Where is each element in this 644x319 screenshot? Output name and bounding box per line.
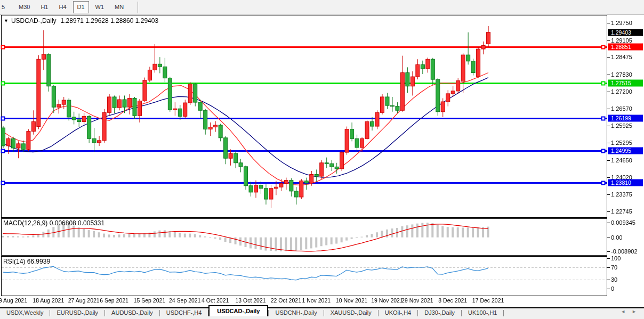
timeframe-button-m30[interactable]: M30 — [14, 1, 34, 13]
price-tag-current-price: 1.29403 — [608, 29, 643, 36]
price-axis-tick: 1.22745 — [611, 208, 632, 215]
timeframe-button-h4[interactable]: H4 — [54, 1, 70, 13]
chart-ohlc-values: 1.28971 1.29628 1.28860 1.29403 — [61, 17, 159, 24]
price-axis-tick: 1.29105 — [611, 37, 632, 44]
date-axis-label: 8 Dec 2021 — [438, 297, 467, 304]
date-axis-label: 18 Aug 2021 — [33, 297, 64, 304]
price-axis-tick: 1.24650 — [611, 157, 632, 163]
tab-usdcad-daily[interactable]: USDCAD-,Daily — [208, 305, 268, 317]
timeframe-button-h1[interactable]: H1 — [36, 1, 52, 13]
date-axis-label: 24 Sep 2021 — [169, 297, 201, 304]
tab-scroll-left-icon[interactable]: ◄ — [621, 309, 625, 314]
price-tag-support-line: 1.26199 — [608, 115, 643, 122]
price-axis-tick: 1.23375 — [611, 191, 632, 198]
rsi-axis-tick: 100 — [611, 255, 621, 261]
price-tag-resistance-line: 1.28851 — [608, 44, 643, 51]
date-axis-label: 29 Nov 2021 — [401, 297, 433, 304]
date-axis-label: 6 Sep 2021 — [100, 297, 128, 304]
timeframe-toolbar: 5M30H1H4D1W1MN — [0, 0, 644, 15]
date-axis-label: 10 Nov 2021 — [336, 297, 368, 304]
date-axis-label: 1 Nov 2021 — [302, 297, 331, 304]
chart-title: ▼USDCAD-,Daily1.28971 1.29628 1.28860 1.… — [4, 17, 158, 24]
chart-canvas[interactable] — [0, 0, 644, 319]
price-tag-support-line: 1.24995 — [608, 148, 643, 154]
timeframe-button-mn[interactable]: MN — [110, 1, 128, 13]
rsi-indicator-label: RSI(14) 66.9939 — [3, 258, 50, 265]
tab-scroll-arrows: ◄ ► — [621, 309, 637, 314]
price-axis-tick: 1.25295 — [611, 140, 632, 146]
macd-axis-tick: 0.00 — [611, 234, 622, 241]
price-axis-tick: 1.27200 — [611, 88, 632, 95]
date-axis-label: 17 Dec 2021 — [472, 297, 504, 304]
price-axis-tick: 1.28475 — [611, 54, 632, 60]
rsi-axis-tick: 0 — [611, 285, 614, 292]
macd-name: MACD(12,26,9) — [3, 219, 47, 227]
timeframe-button-w1[interactable]: W1 — [91, 1, 109, 13]
price-axis-tick: 1.29750 — [611, 20, 632, 26]
timeframe-button-5[interactable]: 5 — [0, 1, 12, 13]
macd-values: 0.006808 0.005331 — [50, 219, 104, 227]
timeframe-button-d1[interactable]: D1 — [73, 1, 89, 13]
rsi-value: 66.9939 — [27, 258, 50, 265]
date-axis-label: 19 Nov 2021 — [371, 297, 403, 304]
date-axis-label: 4 Oct 2021 — [202, 297, 229, 304]
rsi-axis-tick: 70 — [611, 264, 617, 271]
price-axis-tick: 1.27830 — [611, 71, 632, 78]
price-tag-support-line: 1.27515 — [608, 79, 643, 86]
date-axis-label: 22 Oct 2021 — [271, 297, 301, 304]
macd-indicator-label: MACD(12,26,9) 0.006808 0.005331 — [3, 219, 104, 227]
date-axis-label: 9 Aug 2021 — [0, 297, 27, 304]
toolbar-separator — [138, 2, 138, 13]
date-axis-label: 27 Aug 2021 — [68, 297, 100, 304]
date-axis-label: 15 Sep 2021 — [134, 297, 166, 304]
bottom-strip — [0, 316, 644, 319]
chart-symbol-label: USDCAD-,Daily — [11, 17, 57, 24]
price-axis-tick: 1.26570 — [611, 105, 632, 112]
tab-scroll-right-icon[interactable]: ► — [632, 309, 637, 314]
chevron-down-icon[interactable]: ▼ — [4, 18, 9, 23]
macd-axis-tick: 0.009345 — [611, 219, 635, 226]
date-axis-label: 13 Oct 2021 — [235, 297, 265, 304]
tab-separator — [503, 310, 504, 316]
rsi-axis-tick: 30 — [611, 276, 617, 283]
rsi-name: RSI(14) — [3, 258, 25, 265]
price-axis-tick: 1.25925 — [611, 122, 632, 129]
macd-axis-tick: -0.008902 — [611, 248, 638, 255]
price-tag-support-line: 1.23810 — [608, 179, 643, 186]
